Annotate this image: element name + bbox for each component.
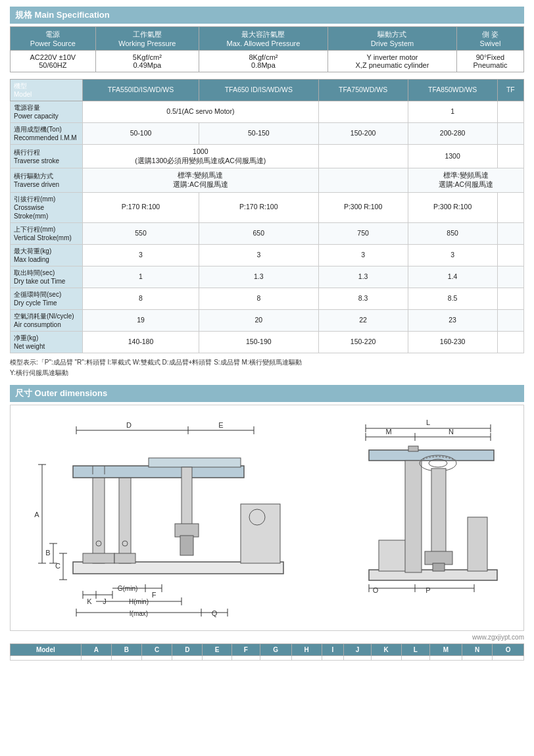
svg-rect-52 [241,504,280,563]
note-line1: 模型表示:「P":成品臂 "R":料頭臂 I:單截式 W:雙截式 D:成品臂+料… [10,359,302,366]
drive-value: Y inverter motorX,Z pneumatic cylinder [328,51,456,72]
note-line2: Y:橫行伺服馬達驅動 [10,369,68,376]
col-tfa650: TFA650 ID/IS/WD/WS [199,80,319,101]
dim-col-i: I [322,643,343,655]
svg-text:E: E [218,421,223,429]
model-spec-table: 機型Model TFA550ID/IS/WD/WS TFA650 ID/IS/W… [10,79,524,353]
dim-col-f: F [231,643,260,655]
row-power-capacity-val1: 0.5/1(AC servo Motor) [83,101,319,123]
dim-col-d: D [172,643,203,655]
dim-col-k: K [371,643,401,655]
row-crosswise-val2: P:170 R:100 [199,192,319,222]
svg-text:O: O [373,586,379,594]
table-row: 上下行程(mm)Vertical Stroke(mm) 550 650 750 … [11,222,524,244]
row-traverse-label: 橫行行程Traverse stroke [11,145,83,168]
svg-rect-50 [175,524,199,537]
svg-rect-51 [180,536,193,555]
table-row [11,655,524,660]
col-tfa850: TFA850WD/WS [408,80,497,101]
dim-col-j: J [344,643,371,655]
row-air-val5 [497,309,523,331]
row-dry-take-val1: 1 [83,266,199,288]
row-air-val1: 19 [83,309,199,331]
table-row: 橫行行程Traverse stroke 1000(選購1300必須用變頻馬達或A… [11,145,524,168]
row-air-val4: 23 [408,309,497,331]
svg-rect-72 [405,461,422,572]
row-imm-val3: 150-200 [318,123,408,145]
svg-text:I(max): I(max) [130,610,148,617]
row-dry-cycle-val4: 8.5 [408,288,497,309]
row-weight-val5 [497,331,523,353]
row-traverse-val2 [318,145,408,168]
row-vertical-val4: 850 [408,222,497,244]
dim-val-empty [11,655,82,660]
right-diagram-svg: L M N [359,412,510,622]
model-notes: 模型表示:「P":成品臂 "R":料頭臂 I:單截式 W:雙截式 D:成品臂+料… [10,357,524,378]
col-tf: TF [497,80,523,101]
svg-text:K: K [87,597,92,605]
working-pressure-value: 5Kgf/cm²0.49Mpa [95,51,199,72]
model-col-header: 機型Model [11,80,83,101]
row-power-capacity-val2 [318,101,408,123]
svg-text:N: N [449,428,454,436]
dim-col-m: M [429,643,462,655]
svg-rect-76 [431,468,446,554]
left-diagram-svg: D E A B [17,412,300,622]
row-dry-cycle-val3: 8.3 [318,288,408,309]
dim-col-g: G [260,643,291,655]
table-row: 引拔行程(mm)Crosswise Stroke(mm) P:170 R:100… [11,192,524,222]
page-container: 規格 Main Specification 電源Power Source 工作氣… [0,0,534,667]
watermark: www.zgxjiypt.com [10,634,524,641]
table-row: 橫行驅動方式Traverse driven 標準:變頻馬達選購:AC伺服馬達 標… [11,168,524,192]
row-weight-val4: 160-230 [408,331,497,353]
row-dry-take-label: 取出時間(sec)Dry take out Time [11,266,83,288]
swivel-value: 90°FixedPneumatic [456,51,523,72]
svg-rect-44 [83,553,114,563]
svg-text:C: C [55,562,61,570]
svg-text:P: P [425,586,430,594]
row-imm-val5 [497,123,523,145]
row-air-val3: 22 [318,309,408,331]
col-tfa550: TFA550ID/IS/WD/WS [83,80,199,101]
row-dry-cycle-label: 全循環時間(sec)Dry cycle Time [11,288,83,309]
svg-rect-43 [93,474,105,563]
svg-text:M: M [385,428,391,436]
svg-rect-46 [114,553,135,563]
row-dry-cycle-val5 [497,288,523,309]
dim-col-n: N [462,643,493,655]
row-power-capacity-val4 [497,101,523,123]
row-power-capacity-val3: 1 [408,101,497,123]
col-tfa750: TFA750WD/WS [318,80,408,101]
row-imm-val4: 200-280 [408,123,497,145]
row-imm-val2: 50-150 [199,123,319,145]
outer-dim-header: 尺寸 Outer dimensions [10,385,524,402]
svg-rect-48 [149,458,241,467]
col-header-working-pressure: 工作氣壓Working Pressure [95,27,199,51]
diagram-left: D E A B [17,412,346,624]
row-air-val2: 20 [199,309,319,331]
row-vertical-val3: 750 [318,222,408,244]
row-loading-val2: 3 [199,244,319,266]
row-loading-val1: 3 [83,244,199,266]
svg-rect-79 [468,517,487,571]
row-traverse-driven-val3: 標準:變頻馬達選購:AC伺服馬達 [408,168,523,192]
dimensions-table: Model A B C D E F G H I J K L M N O [10,643,524,661]
col-header-power: 電源Power Source [11,27,96,51]
dim-col-b: B [111,643,141,655]
dim-col-model: Model [11,643,82,655]
dim-col-l: L [401,643,429,655]
diagram-area: D E A B [10,405,524,631]
row-loading-val4: 3 [408,244,497,266]
svg-text:D: D [126,421,132,429]
col-header-drive: 驅動方式Drive System [328,27,456,51]
svg-text:B: B [45,549,50,557]
table-row: 净重(kg)Net weight 140-180 150-190 150-220… [11,331,524,353]
row-traverse-val3: 1300 [408,145,497,168]
row-traverse-driven-label: 橫行驅動方式Traverse driven [11,168,83,192]
row-crosswise-val5 [497,192,523,222]
table-row: 空氣消耗量(Nl/cycle)Air consumption 19 20 22 … [11,309,524,331]
row-vertical-val1: 550 [83,222,199,244]
dim-col-o: O [493,643,524,655]
row-loading-val5 [497,244,523,266]
row-imm-val1: 50-100 [83,123,199,145]
